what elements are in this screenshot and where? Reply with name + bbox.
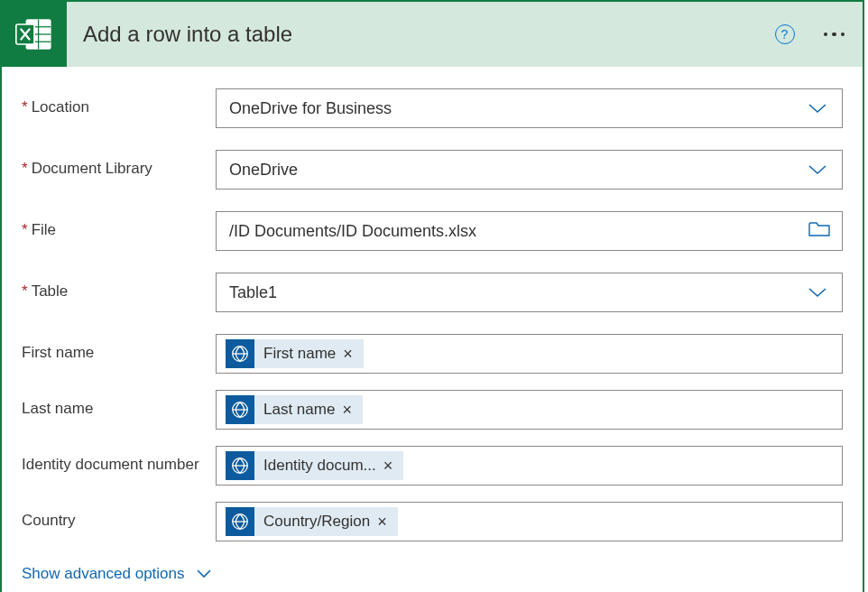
library-select[interactable]: OneDrive	[216, 150, 843, 190]
dynamic-token: First name ×	[226, 339, 364, 368]
form-body: *Location OneDrive for Business *Documen…	[2, 67, 863, 592]
excel-icon	[2, 2, 67, 67]
help-icon[interactable]: ?	[775, 24, 795, 44]
file-label: *File	[22, 211, 216, 241]
country-label: Country	[22, 502, 216, 532]
card-title: Add a row into a table	[83, 22, 775, 47]
show-advanced-link[interactable]: Show advanced options	[22, 565, 212, 583]
ai-model-icon	[226, 451, 254, 480]
library-label: *Document Library	[22, 150, 216, 180]
last-name-input[interactable]: Last name ×	[216, 390, 843, 430]
identity-label: Identity document number	[22, 446, 216, 476]
file-input[interactable]: /ID Documents/ID Documents.xlsx	[216, 211, 843, 251]
more-icon[interactable]	[820, 29, 849, 41]
chevron-down-icon	[804, 102, 831, 115]
country-input[interactable]: Country/Region ×	[216, 502, 843, 541]
ai-model-icon	[226, 507, 254, 536]
action-card: Add a row into a table ? *Location OneDr…	[0, 0, 864, 592]
chevron-down-icon	[804, 286, 831, 299]
token-remove-icon[interactable]: ×	[341, 345, 355, 364]
table-label: *Table	[22, 273, 216, 302]
table-select[interactable]: Table1	[216, 273, 843, 312]
ai-model-icon	[226, 395, 254, 424]
identity-input[interactable]: Identity docum... ×	[216, 446, 843, 486]
location-select[interactable]: OneDrive for Business	[216, 88, 843, 128]
dynamic-token: Identity docum... ×	[226, 451, 403, 480]
folder-icon[interactable]	[808, 220, 831, 243]
card-header: Add a row into a table ?	[2, 2, 863, 67]
token-remove-icon[interactable]: ×	[340, 401, 354, 420]
chevron-down-icon	[804, 163, 831, 176]
dynamic-token: Country/Region ×	[226, 507, 398, 536]
dynamic-token: Last name ×	[226, 395, 363, 424]
ai-model-icon	[226, 339, 254, 368]
token-remove-icon[interactable]: ×	[382, 457, 395, 476]
last-name-label: Last name	[22, 390, 216, 420]
chevron-down-icon	[196, 569, 212, 579]
first-name-input[interactable]: First name ×	[216, 334, 843, 374]
token-remove-icon[interactable]: ×	[375, 513, 389, 532]
location-label: *Location	[22, 88, 216, 118]
first-name-label: First name	[22, 334, 216, 364]
